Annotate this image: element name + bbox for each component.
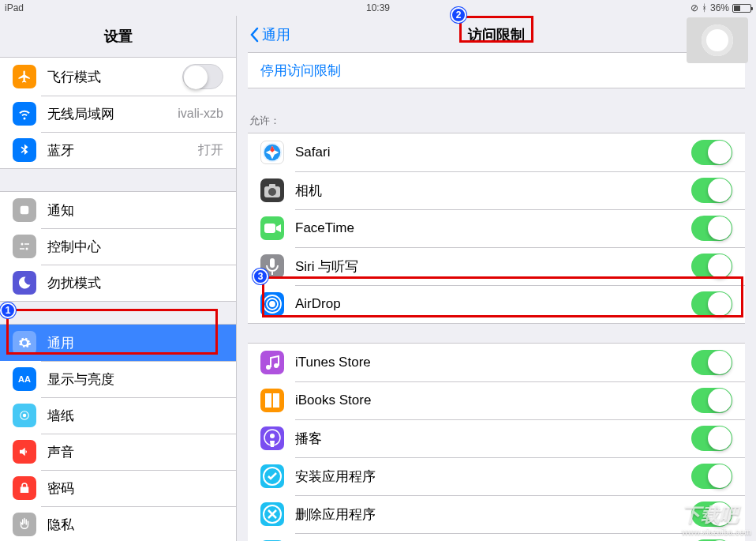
restriction-item-facetime: FaceTime bbox=[248, 209, 745, 247]
svg-point-5 bbox=[23, 414, 27, 418]
disable-restrictions-button[interactable]: 停用访问限制 bbox=[248, 53, 745, 88]
row-label: 删除应用程序 bbox=[295, 505, 691, 524]
airplane-toggle[interactable] bbox=[182, 64, 223, 89]
row-label: 无线局域网 bbox=[47, 105, 178, 123]
sidebar-item-wifi[interactable]: 无线局域网 ivali-xzb bbox=[0, 96, 236, 132]
svg-rect-2 bbox=[24, 243, 29, 245]
podcasts-toggle[interactable] bbox=[691, 426, 732, 451]
sidebar-item-control-center[interactable]: 控制中心 bbox=[0, 228, 236, 265]
notifications-icon bbox=[13, 198, 36, 222]
row-label: 通用 bbox=[47, 334, 223, 352]
sidebar-item-wallpaper[interactable]: 墙纸 bbox=[0, 397, 236, 434]
row-label: 勿扰模式 bbox=[47, 274, 223, 292]
row-label: AirDrop bbox=[295, 296, 691, 312]
restriction-item-install: 安装应用程序 bbox=[248, 457, 745, 495]
control-center-icon bbox=[13, 235, 36, 258]
row-label: 墙纸 bbox=[47, 407, 223, 425]
row-label: 密码 bbox=[47, 479, 223, 498]
status-bar: iPad 10:39 ⊘ ᚼ 36% bbox=[0, 0, 756, 16]
bluetooth-icon bbox=[13, 138, 36, 162]
sidebar-item-sounds[interactable]: 声音 bbox=[0, 434, 236, 470]
allow-header: 允许： bbox=[237, 107, 756, 133]
restriction-item-iap: AApp 内购买项目 bbox=[248, 533, 745, 541]
row-label: 声音 bbox=[47, 443, 223, 461]
chevron-left-icon bbox=[249, 27, 259, 43]
battery-icon bbox=[732, 4, 751, 13]
allow-group: Safari相机FaceTimeSiri 与听写AirDrop bbox=[248, 133, 745, 324]
row-label: 通知 bbox=[47, 201, 223, 220]
ibooks-toggle[interactable] bbox=[691, 388, 732, 413]
disable-group: 停用访问限制 bbox=[248, 52, 745, 88]
row-label: iTunes Store bbox=[295, 355, 691, 370]
gear-icon bbox=[13, 331, 36, 355]
speaker-icon bbox=[13, 440, 36, 464]
row-label: 飞行模式 bbox=[47, 68, 182, 86]
svg-rect-0 bbox=[21, 206, 29, 215]
sidebar-item-notifications[interactable]: 通知 bbox=[0, 192, 236, 228]
orientation-lock-icon: ⊘ bbox=[691, 2, 698, 13]
airdrop-toggle[interactable] bbox=[691, 291, 732, 317]
restriction-item-podcasts: 播客 bbox=[248, 419, 745, 457]
install-toggle[interactable] bbox=[691, 464, 732, 489]
device-label: iPad bbox=[5, 2, 24, 13]
restriction-item-ibooks: iBooks Store bbox=[248, 381, 745, 419]
nav-bar: 通用 访问限制 bbox=[237, 16, 756, 52]
airdrop-icon bbox=[260, 292, 284, 316]
svg-point-14 bbox=[270, 302, 275, 306]
battery-pct: 36% bbox=[710, 2, 729, 13]
sidebar-item-dnd[interactable]: 勿扰模式 bbox=[0, 265, 236, 301]
sidebar-group-general: 通用 AA 显示与亮度 墙纸 声音 密码 隐私 bbox=[0, 324, 236, 541]
sidebar-item-passcode[interactable]: 密码 bbox=[0, 470, 236, 506]
hand-icon bbox=[13, 513, 36, 536]
restriction-item-itunes: iTunes Store bbox=[248, 344, 745, 381]
safari-icon bbox=[260, 141, 284, 164]
restriction-item-camera: 相机 bbox=[248, 171, 745, 209]
svg-point-10 bbox=[268, 188, 276, 196]
camera-toggle[interactable] bbox=[691, 178, 732, 203]
sidebar-item-general[interactable]: 通用 bbox=[0, 325, 236, 361]
lock-icon bbox=[13, 476, 36, 500]
siri-toggle[interactable] bbox=[691, 254, 732, 279]
row-label: FaceTime bbox=[295, 220, 691, 236]
moon-icon bbox=[13, 271, 36, 295]
svg-rect-13 bbox=[270, 258, 275, 268]
facetime-toggle[interactable] bbox=[691, 216, 732, 241]
svg-point-1 bbox=[21, 243, 24, 246]
sidebar-item-privacy[interactable]: 隐私 bbox=[0, 506, 236, 541]
delete-toggle[interactable] bbox=[691, 502, 732, 527]
status-right: ⊘ ᚼ 36% bbox=[691, 2, 751, 13]
svg-rect-12 bbox=[264, 224, 275, 233]
row-label: 相机 bbox=[295, 182, 691, 200]
annotation-badge-1: 1 bbox=[0, 302, 16, 318]
row-label: 蓝牙 bbox=[47, 141, 198, 160]
sidebar-title: 设置 bbox=[0, 16, 236, 57]
wifi-icon bbox=[13, 102, 36, 126]
back-button[interactable]: 通用 bbox=[249, 25, 290, 44]
airplane-icon bbox=[13, 65, 36, 88]
sidebar-item-airplane[interactable]: 飞行模式 bbox=[0, 58, 236, 96]
row-label: iBooks Store bbox=[295, 393, 691, 408]
sidebar-group-network: 飞行模式 无线局域网 ivali-xzb 蓝牙 打开 bbox=[0, 57, 236, 169]
row-detail: ivali-xzb bbox=[178, 107, 223, 121]
status-time: 10:39 bbox=[366, 2, 390, 13]
row-label: 隐私 bbox=[47, 516, 223, 534]
install-icon bbox=[260, 464, 284, 488]
safari-toggle[interactable] bbox=[691, 140, 732, 165]
delete-icon bbox=[260, 502, 284, 526]
page-title: 访问限制 bbox=[468, 25, 525, 44]
annotation-badge-3: 3 bbox=[253, 269, 268, 284]
restriction-item-siri: Siri 与听写 bbox=[248, 247, 745, 285]
row-label: 播客 bbox=[295, 430, 691, 448]
row-detail: 打开 bbox=[198, 142, 223, 159]
camera-thumbnail bbox=[687, 17, 748, 63]
restriction-item-delete: 删除应用程序 bbox=[248, 495, 745, 533]
row-label: 控制中心 bbox=[47, 238, 223, 256]
row-label: 安装应用程序 bbox=[295, 468, 691, 486]
sidebar-item-display[interactable]: AA 显示与亮度 bbox=[0, 361, 236, 397]
row-label: 显示与亮度 bbox=[47, 370, 223, 389]
itunes-icon bbox=[260, 351, 284, 374]
sidebar-item-bluetooth[interactable]: 蓝牙 打开 bbox=[0, 132, 236, 168]
detail-pane: 通用 访问限制 停用访问限制 允许： Safari相机FaceTimeSiri … bbox=[237, 16, 756, 541]
itunes-toggle[interactable] bbox=[691, 350, 732, 375]
sidebar-group-notifications: 通知 控制中心 勿扰模式 bbox=[0, 191, 236, 302]
